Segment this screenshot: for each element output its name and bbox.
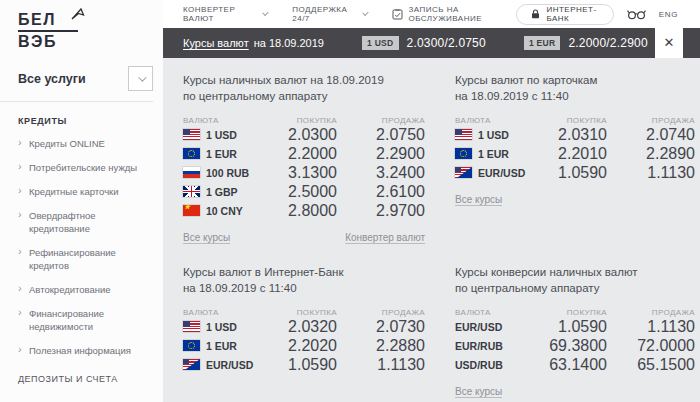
sidebar-item-consumer-needs[interactable]: Потребительские нужды [18,161,153,174]
panel-cash-rates: Курсы наличных валют на 18.09.2019по цен… [183,72,425,243]
table-header: ВАЛЮТАПОКУПКАПРОДАЖА [455,308,695,317]
sidebar-item-deposits[interactable]: ДЕПОЗИТЫ И СЧЕТА [18,374,153,384]
chevron-right-icon [18,208,22,221]
panel-conversion-rates: Курсы конверсии наличных валютпо централ… [455,264,695,397]
table-row: 1 USD 2.03202.0730 [183,317,425,336]
all-rates-link[interactable]: Все курсы [183,232,230,243]
table-row: 1 GBP 2.50002.6100 [183,182,425,201]
accessibility-glasses-icon[interactable] [627,9,646,20]
all-rates-link[interactable]: Все курсы [455,194,502,205]
chevron-right-icon [18,245,22,258]
gb-flag-icon [183,186,200,197]
logo-line2: ВЭБ [18,32,78,51]
sidebar-item-auto-loans[interactable]: Автокредитование [18,283,153,296]
table-row: 1 EUR 2.20102.2890 [455,144,695,163]
all-rates-link[interactable]: Все курсы [455,386,502,397]
nav-service-appointment[interactable]: ЗАПИСЬ НА ОБСЛУЖИВАНИЕ [392,5,516,23]
table-row: 1 USD 2.03002.0750 [183,125,425,144]
table-header: ВАЛЮТАПОКУПКАПРОДАЖА [455,116,695,125]
ticker-usd-quote: 1 USD 2.0300/2.0750 [362,36,486,50]
table-header: ВАЛЮТАПОКУПКАПРОДАЖА [183,308,425,317]
panel-card-rates: Курсы валют по карточкамна 18.09.2019 с … [455,72,695,205]
nav-currency-converter[interactable]: КОНВЕРТЕР ВАЛЮТ [183,5,266,23]
sidebar-section-credits[interactable]: КРЕДИТЫ [18,116,153,126]
us-flag-icon [455,129,472,140]
sidebar-item-credits-online[interactable]: Кредиты ONLINE [18,137,153,150]
table-row: 1 EUR 2.20002.2900 [183,144,425,163]
table-row: EUR/USD 1.05901.1130 [455,163,695,182]
usd-badge: 1 USD [362,36,399,50]
ru-flag-icon [183,167,200,178]
logo-arrow-icon [70,6,86,22]
us-flag-icon [183,321,200,332]
rates-ticker-bar: Курсы валют на 18.09.2019 1 USD 2.0300/2… [163,28,700,58]
belveb-logo[interactable]: БЕЛ ВЭБ [18,10,78,51]
top-menu: КОНВЕРТЕР ВАЛЮТ ПОДДЕРЖКА 24/7 ЗАПИСЬ НА… [183,5,516,23]
chevron-down-icon [362,9,369,16]
clipboard-check-icon [392,8,403,20]
chevron-down-icon[interactable] [128,66,153,91]
all-services-label: Все услуги [18,72,86,86]
chevron-right-icon [18,160,22,173]
lock-icon [531,9,540,19]
close-icon[interactable]: ✕ [655,28,683,58]
ticker-date: на 18.09.2019 [254,37,324,49]
table-row: 1 USD 2.03102.0740 [455,125,695,144]
ticker-eur-quote: 1 EUR 2.2000/2.2900 [524,36,648,50]
table-row: 1 EUR 2.20202.2880 [183,336,425,355]
chevron-right-icon [18,136,22,149]
language-switcher[interactable]: ENG [659,10,678,19]
rates-content: Курсы наличных валют на 18.09.2019по цен… [163,58,700,402]
sidebar-item-overdraft[interactable]: Овердрафтное кредитование [18,209,153,235]
panel-title: Курсы валют по карточкамна 18.09.2019 с … [455,72,695,104]
ticker-rates-link[interactable]: Курсы валют [183,37,249,49]
internet-bank-button[interactable]: ИНТЕРНЕТ-БАНК [516,4,613,25]
table-header: ВАЛЮТАПОКУПКАПРОДАЖА [183,116,425,125]
panel-internet-bank-rates: Курсы валют в Интернет-Банкна 18.09.2019… [183,264,425,374]
logo-line1: БЕЛ [18,10,78,32]
table-row: EUR/RUB 69.380072.0000 [455,336,695,355]
top-navigation: КОНВЕРТЕР ВАЛЮТ ПОДДЕРЖКА 24/7 ЗАПИСЬ НА… [163,0,700,28]
chevron-right-icon [18,343,22,356]
sidebar-divider [0,101,153,102]
currency-converter-link[interactable]: Конвертер валют [345,232,425,243]
panel-title: Курсы валют в Интернет-Банкна 18.09.2019… [183,264,425,296]
nav-support[interactable]: ПОДДЕРЖКА 24/7 [292,5,366,23]
sidebar-item-real-estate-financing[interactable]: Финансирование недвижимости [18,307,153,333]
eur-usd-flag-icon [455,167,472,178]
chevron-right-icon [18,282,22,295]
sidebar-item-refinancing[interactable]: Рефинансирование кредитов [18,246,153,272]
panel-title: Курсы наличных валют на 18.09.2019по цен… [183,72,425,104]
all-services-dropdown[interactable]: Все услуги [18,66,153,91]
sidebar-item-useful-info[interactable]: Полезная информация [18,344,153,357]
cn-flag-icon [183,205,200,216]
panel-title: Курсы конверсии наличных валютпо централ… [455,264,695,296]
sidebar-item-credit-cards[interactable]: Кредитные карточки [18,185,153,198]
us-flag-icon [183,129,200,140]
table-row: 100 RUB 3.13003.2400 [183,163,425,182]
table-row: EUR/USD 1.05901.1130 [183,355,425,374]
eu-flag-icon [183,340,200,351]
table-row: 10 CNY 2.80002.9700 [183,201,425,220]
eur-usd-flag-icon [183,359,200,370]
table-row: EUR/USD 1.05901.1130 [455,317,695,336]
sidebar: БЕЛ ВЭБ Все услуги КРЕДИТЫ Кредиты ONLIN… [0,0,163,402]
eu-flag-icon [183,148,200,159]
chevron-right-icon [18,184,22,197]
chevron-down-icon [262,9,269,16]
table-row: USD/RUB 63.140065.1500 [455,355,695,374]
top-right-group: ИНТЕРНЕТ-БАНК ENG [516,4,700,25]
sidebar-menu: Все услуги КРЕДИТЫ Кредиты ONLINE Потреб… [18,66,153,402]
eur-badge: 1 EUR [524,36,561,50]
eu-flag-icon [455,148,472,159]
chevron-right-icon [18,306,22,319]
